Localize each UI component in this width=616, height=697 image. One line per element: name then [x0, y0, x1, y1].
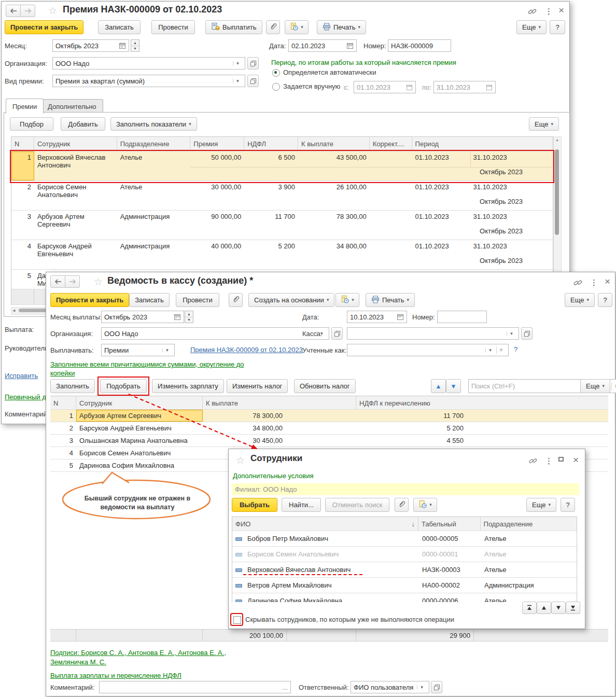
bonus-doc-link[interactable]: Премия НАЗК-000009 от 02.10.2023 [190, 346, 303, 354]
chevron-down-icon[interactable]: ▾ [162, 348, 172, 353]
row-number[interactable]: 5 [50, 459, 76, 471]
hide-employees-checkbox[interactable] [233, 616, 241, 624]
maximize-icon[interactable] [558, 457, 564, 462]
row-number[interactable]: 0000-00001 [419, 547, 481, 562]
save-button[interactable]: Записать [98, 20, 141, 34]
row-department[interactable]: Ателье [481, 547, 578, 562]
col-correction[interactable]: Коррект.... [370, 137, 412, 151]
row-ndfl[interactable]: 5 200 [244, 240, 298, 269]
row-number[interactable]: НАЗК-00003 [419, 562, 481, 577]
additional-conditions-link[interactable]: Дополнительные условия [233, 472, 314, 480]
pay-what-combobox[interactable]: Премии▾ [101, 344, 175, 356]
more-button[interactable]: Еще▾ [516, 20, 547, 34]
row-ndfl[interactable]: 3 900 [244, 181, 298, 210]
calendar-icon[interactable] [397, 313, 404, 320]
row-ndfl[interactable]: 6 500 [244, 151, 298, 180]
attachment-button[interactable] [266, 20, 280, 34]
month-input[interactable]: Октябрь 2023 [52, 39, 129, 52]
number-input[interactable] [437, 311, 487, 323]
row-number[interactable]: 4 [11, 240, 34, 269]
row-number[interactable]: 4 [50, 447, 76, 459]
responsible-open-button[interactable] [431, 681, 442, 693]
list-item[interactable]: Даринова София Михайловна 0000-00006 Ате… [232, 593, 578, 602]
list-item[interactable]: Бобров Петр Михайлович 0000-00005 Ателье [232, 531, 578, 547]
cancel-search-button[interactable]: Отменить поиск [325, 498, 389, 512]
create-based-on-button[interactable]: ▾ [285, 20, 309, 34]
salary-payment-link[interactable]: Выплата зарплаты и перечисление НДФЛ [50, 672, 181, 679]
calendar-icon[interactable] [486, 84, 493, 91]
row-to-pay[interactable]: 30 450,00 [203, 435, 356, 447]
row-ndfl[interactable]: 11 700 [244, 211, 298, 240]
col-n[interactable]: N [11, 137, 34, 151]
row-number[interactable]: 5 [11, 270, 34, 289]
col-number[interactable]: Табельный номер [418, 517, 481, 531]
row-bonus[interactable]: 50 000,00 [190, 151, 244, 180]
pay-month-input[interactable]: Октябрь 2023 [101, 311, 184, 323]
row-number[interactable]: 1 [11, 151, 34, 180]
cashbox-open-button[interactable] [521, 327, 533, 340]
row-bonus[interactable]: 90 000,00 [190, 211, 244, 240]
change-salary-button[interactable]: Изменить зарплату [152, 379, 224, 393]
chevron-down-icon[interactable]: ▾ [233, 61, 242, 66]
period-auto-label[interactable]: Определяется автоматически [283, 68, 376, 76]
scroll-up-icon[interactable]: ▲ [555, 138, 559, 142]
list-item[interactable]: Ветров Артем Михайлович НА00-00002 Админ… [232, 578, 578, 593]
row-employee[interactable]: Верховский Вячеслав Антонович [34, 151, 117, 180]
period-auto-radio[interactable] [272, 69, 280, 77]
row-employee[interactable]: Арбузов Артем Сергеевич [34, 211, 117, 240]
close-icon[interactable]: × [605, 276, 610, 286]
fix-link[interactable]: Исправить [5, 372, 38, 380]
row-department[interactable]: Администрация [117, 211, 191, 240]
row-department[interactable]: Ателье [117, 151, 191, 180]
add-button[interactable]: Добавить [61, 117, 105, 131]
favorite-star-icon[interactable]: ☆ [236, 455, 245, 465]
row-employee[interactable]: Борисов Семен Анатольевич [76, 447, 203, 459]
more-menu-icon[interactable]: ⋮ [590, 278, 598, 286]
more-menu-icon[interactable]: ⋮ [545, 457, 553, 465]
back-button[interactable] [6, 5, 21, 17]
change-tax-button[interactable]: Изменить налог [227, 379, 288, 393]
period-manual-label[interactable]: Задается вручную [283, 82, 340, 90]
row-number[interactable]: 2 [50, 422, 76, 434]
row-to-pay[interactable]: 78 300,00 [203, 410, 356, 422]
cashbox-combobox[interactable]: ▾ [347, 327, 519, 340]
post-button[interactable]: Провести [151, 20, 195, 34]
close-icon[interactable]: × [558, 5, 564, 15]
row-department[interactable]: Администрация [117, 240, 191, 269]
pay-month-spinner[interactable]: ▲▼ [185, 311, 193, 323]
comment-input[interactable]: ... [99, 681, 291, 693]
print-button[interactable]: Печать▾ [317, 20, 366, 34]
go-first-button[interactable] [522, 602, 537, 614]
spin-up-icon[interactable]: ▲ [185, 311, 193, 317]
row-correction[interactable] [370, 151, 412, 180]
spin-down-icon[interactable]: ▼ [131, 46, 139, 52]
row-correction[interactable] [370, 181, 412, 210]
number-input[interactable]: НАЗК-000009 [388, 39, 451, 52]
row-fio[interactable]: Борисов Семен Анатольевич [232, 547, 419, 562]
favorite-star-icon[interactable]: ☆ [48, 6, 57, 16]
create-based-on-button[interactable]: Создать на основании▾ [248, 293, 334, 307]
row-number[interactable]: 0000-00006 [419, 593, 481, 602]
calendar-icon[interactable] [119, 42, 126, 49]
help-button[interactable]: ? [598, 293, 612, 307]
row-number[interactable]: 0000-00005 [419, 531, 481, 546]
pick-button[interactable]: Подобрать [100, 379, 147, 393]
ellipsis-button[interactable]: ... [282, 684, 288, 691]
link-icon[interactable] [573, 278, 583, 289]
row-employee[interactable]: Даринова София Михайловна [76, 459, 203, 471]
forward-button[interactable] [21, 5, 35, 17]
signatures-link[interactable]: Подписи: Борисов С. А., Антонова Е. А., … [50, 649, 226, 657]
spin-down-icon[interactable]: ▼ [185, 317, 193, 323]
col-department[interactable]: Подразделение [117, 137, 191, 151]
more-button[interactable]: Еще▾ [526, 498, 556, 512]
tab-additional[interactable]: Дополнительно [41, 99, 103, 113]
row-correction[interactable] [370, 211, 412, 240]
row-bonus[interactable]: 30 000,00 [190, 181, 244, 210]
fill-button[interactable]: Заполнить [50, 379, 95, 393]
forward-button[interactable] [65, 275, 80, 288]
attachment-button[interactable] [395, 498, 409, 512]
row-number[interactable]: 3 [11, 211, 34, 240]
organization-combobox[interactable]: ООО Надо▾ [52, 57, 245, 69]
col-fio[interactable]: ФИО↓ [232, 517, 418, 531]
doc-clock-button[interactable]: ▾ [335, 293, 359, 307]
